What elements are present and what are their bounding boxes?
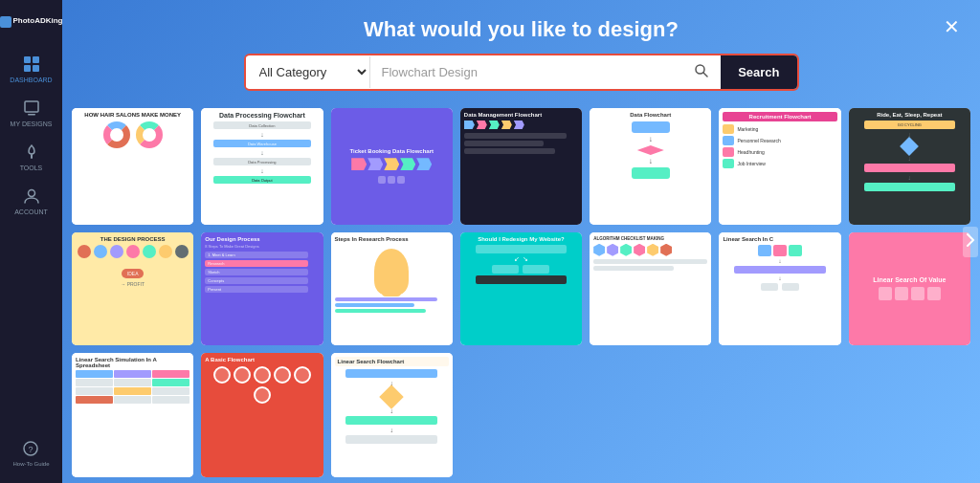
sidebar-item-my-designs[interactable]: MY DESIGNS [0,91,62,135]
card-title: Ride, Eat, Sleep, Repeat [853,112,967,118]
template-card-algo-checklist[interactable]: ALGORITHM CHECKLIST MAKING [590,232,711,346]
logo-icon [0,16,11,28]
card-title: Linear Search In C [723,236,836,242]
template-card-ticket-booking[interactable]: Ticket Booking Data Flowchart [331,108,453,225]
template-card-data-processing[interactable]: Data Processing Flowchart Data Collectio… [201,108,323,225]
account-icon [22,187,41,206]
template-card-our-design[interactable]: Our Design Process 8 Steps To Make Great… [201,232,323,346]
card-content [76,370,189,404]
card-content: ↓ ↓ [723,245,836,291]
sidebar-item-how-to[interactable]: ? How-To Guide [9,431,53,475]
svg-rect-4 [25,101,38,112]
modal-header: What would you like to design? ✕ [62,0,980,54]
card-title: Linear Search Flowchart [335,357,449,366]
card-content [464,121,578,129]
modal-title: What would you like to design? [364,17,679,42]
card-content: Marketing Personnel Research Headhunting [723,124,836,168]
search-button[interactable]: Search [721,55,796,89]
scroll-right-indicator[interactable] [963,227,978,257]
svg-rect-1 [33,56,39,63]
svg-point-7 [28,190,34,197]
card-title: Ticket Booking Data Flowchart [349,148,434,154]
card-content: Data Collection ↓ Data Warehouse ↓ Data … [205,121,319,184]
tools-icon [22,143,41,162]
card-content: GO CYCLING ↓ ↓ ↓ [853,121,967,191]
card-title: Linear Search Simulation In A Spreadshee… [76,357,189,368]
how-to-icon: ? [21,439,40,458]
card-title: ALGORITHM CHECKLIST MAKING [593,236,707,241]
card-content [351,158,432,170]
sidebar-nav: DASHBOARD MY DESIGNS TOOLS ACCOUNT [0,43,62,431]
svg-line-12 [703,73,707,77]
template-card-basic-flowchart[interactable]: A Basic Flowchart [201,353,323,477]
app-name: PhotoADKing [13,17,63,26]
sidebar-item-account[interactable]: ACCOUNT [0,179,62,223]
sidebar-bottom: ? How-To Guide [9,431,53,483]
card-content [879,287,941,300]
card-title: Our Design Process [205,236,319,242]
modal: What would you like to design? ✕ All Cat… [62,0,980,483]
svg-rect-6 [31,154,33,159]
search-container: All Category Flowchart Diagram Infograph… [244,54,799,91]
card-content [76,121,189,148]
card-title: THE DESIGN PROCESS [76,236,189,242]
search-icon[interactable] [690,63,713,82]
tools-label: TOOLS [20,165,43,171]
search-bar: All Category Flowchart Diagram Infograph… [62,54,980,102]
card-content [76,245,189,258]
template-card-recruitment[interactable]: Recruitment Flowchart Marketing Personne… [719,108,840,225]
card-title: HOW HAIR SALONS MAKE MONEY [76,112,189,119]
template-card-design-process[interactable]: THE DESIGN PROCESS [72,232,193,346]
sidebar-item-dashboard[interactable]: DASHBOARD [0,47,62,91]
search-input-wrapper [370,57,722,87]
template-card-linear-search-sim[interactable]: Linear Search Simulation In A Spreadshee… [72,353,193,477]
card-content [205,366,319,404]
card-content [593,244,707,256]
templates-grid: HOW HAIR SALONS MAKE MONEY Data Processi… [72,108,970,477]
sidebar: PhotoADKing DASHBOARD MY DESIGNS TOOL [0,0,62,483]
svg-rect-5 [28,114,35,116]
templates-grid-container: HOW HAIR SALONS MAKE MONEY Data Processi… [62,102,980,483]
template-card-data-flowchart[interactable]: Data Flowchart ↓ ↓ [590,108,711,225]
content-area: + CREATE NEW PHOTOADKING What would yo [62,0,980,483]
card-title: Data Processing Flowchart [205,112,319,119]
category-select[interactable]: All Category Flowchart Diagram Infograph… [246,56,370,88]
svg-rect-2 [24,65,31,72]
template-card-redesign[interactable]: Should I Redesign My Website? ↙ ↘ [460,232,582,346]
how-to-label: How-To Guide [12,461,49,468]
my-designs-icon [22,99,41,118]
card-content [335,245,449,295]
card-title: Recruitment Flowchart [723,112,836,121]
template-card-steps-research[interactable]: Steps In Research Process [331,232,453,346]
card-title: Data Management Flowchart [464,112,578,118]
account-label: ACCOUNT [14,209,48,215]
card-content: 1. Meet & Learn Research Sketch Concepts… [205,252,319,293]
card-title: Linear Search Of Value [873,276,946,283]
card-title: Steps In Research Process [335,236,449,242]
search-input[interactable] [378,57,691,87]
card-title: Should I Redesign My Website? [464,236,578,242]
template-card-linear-search-c[interactable]: Linear Search In C ↓ ↓ [719,232,840,346]
template-card-ride-eat[interactable]: Ride, Eat, Sleep, Repeat GO CYCLING ↓ ↓ … [849,108,970,225]
template-card-linear-search-value[interactable]: Linear Search Of Value [849,232,970,346]
template-card-linear-search-fc[interactable]: Linear Search Flowchart ↓ ↓ ↓ [331,353,453,477]
card-title: Data Flowchart [593,112,707,118]
card-content: ↓ ↓ ↓ [335,369,449,444]
card-content: ↙ ↘ [464,245,578,284]
svg-rect-3 [33,65,39,72]
app-logo: PhotoADKing [0,0,62,43]
dashboard-label: DASHBOARD [10,77,52,83]
svg-text:?: ? [29,445,33,454]
svg-rect-0 [24,56,31,63]
template-card-data-management[interactable]: Data Management Flowchart [460,108,582,225]
card-title: A Basic Flowchart [205,357,319,362]
my-designs-label: MY DESIGNS [11,121,53,127]
modal-close-button[interactable]: ✕ [938,13,965,40]
card-content: ↓ ↓ [593,121,707,179]
template-card-hair-salons[interactable]: HOW HAIR SALONS MAKE MONEY [72,108,193,225]
sidebar-item-tools[interactable]: TOOLS [0,135,62,179]
dashboard-icon [22,55,41,74]
